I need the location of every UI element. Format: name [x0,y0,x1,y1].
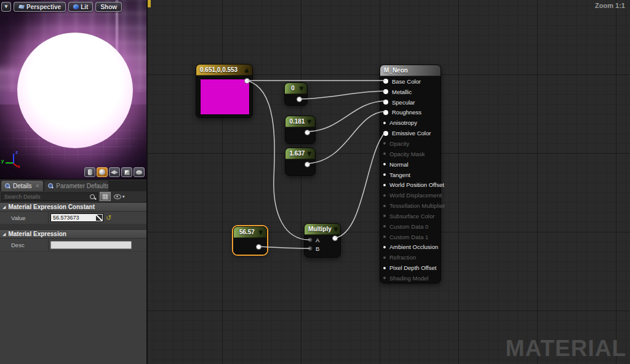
material-input-pin[interactable] [383,277,386,279]
desc-cell [48,239,146,251]
value-input[interactable] [51,214,103,221]
search-input[interactable] [2,193,97,200]
node-header[interactable]: 56.57 ▼ [234,227,266,238]
material-input-pin[interactable] [383,256,386,259]
preview-shape-teapot-button[interactable] [134,167,145,177]
zoom-level-label: Zoom 1:1 [595,2,625,9]
output-pin[interactable] [297,97,302,102]
wire-zero-to-metallic [300,91,385,99]
value-cell: ↺ [48,212,146,224]
node-material-result[interactable]: M_Neon Base ColorMetallicSpecularRoughne… [380,65,441,283]
node-constant-0181[interactable]: 0.181 ▼ [285,116,316,144]
material-input-pin[interactable] [383,267,386,269]
node-header[interactable]: 0 ▼ [285,83,307,94]
section-material-expression[interactable]: ◢ Material Expression [0,229,146,239]
material-input-pin[interactable] [383,205,386,207]
collapse-icon[interactable]: ▲ [245,67,249,73]
output-pin[interactable] [244,78,250,84]
perspective-button[interactable]: Perspective [14,2,66,12]
material-pin-label: Tessellation Multiplier [389,202,445,209]
material-graph-canvas[interactable]: Zoom 1:1 MATERIAL 0.651,0,0.553 ▲ 0 ▼ [148,0,630,364]
y-axis-label: y [1,158,4,164]
desc-label: Desc [0,242,48,248]
tab-parameter-defaults[interactable]: Parameter Defaults ✕ [44,181,108,191]
preview-shape-plane-button[interactable] [109,167,120,177]
preview-shape-cylinder-button[interactable] [84,167,95,177]
tab-details[interactable]: Details ✕ [1,181,43,191]
material-input-pin[interactable] [383,184,386,186]
axis-gizmo: y z x [1,151,26,172]
node-constant-zero[interactable]: 0 ▼ [284,82,308,106]
plane-icon [111,170,118,175]
material-input-pin[interactable] [383,142,386,144]
material-input-pin[interactable] [383,89,388,94]
collapse-icon[interactable]: ▼ [308,119,311,124]
node-color-constant[interactable]: 0.651,0,0.553 ▲ [196,64,253,118]
desc-input[interactable] [50,241,132,249]
material-input-pin[interactable] [383,163,386,165]
graph-watermark: MATERIAL [506,336,626,362]
node-multiply[interactable]: Multiply ▼ A B [304,223,341,258]
collapse-icon[interactable]: ▼ [259,229,263,235]
show-button[interactable]: Show [95,2,122,12]
collapse-icon[interactable]: ▼ [300,85,303,91]
material-input-pin[interactable] [383,246,386,248]
view-options-button[interactable]: ▾ [113,192,126,201]
output-pin[interactable] [305,162,310,167]
material-input-pin[interactable] [383,225,386,228]
material-input-pin[interactable] [383,110,388,115]
parameter-defaults-tab-icon [48,183,54,189]
display-filter-button[interactable] [100,192,111,201]
node-title: 0.181 [289,118,305,125]
material-input-pin[interactable] [383,100,388,105]
node-header[interactable]: Multiply ▼ [305,224,340,235]
viewport-options-button[interactable]: ▼ [1,2,11,12]
input-pin-a[interactable] [308,237,313,242]
section-gap [0,224,146,229]
material-pin-row: World Displacement [380,190,441,200]
output-pin[interactable] [332,235,338,241]
teapot-icon [136,170,142,175]
preview-shape-bar [84,167,145,177]
sphere-icon [99,169,105,175]
color-swatch[interactable] [200,79,250,115]
node-constant-5657[interactable]: 56.57 ▼ [233,226,267,255]
node-header[interactable]: 1.637 ▼ [285,148,315,159]
material-pin-row: Roughness [380,108,441,118]
material-input-pin[interactable] [383,215,386,217]
preview-shape-cube-button[interactable] [121,167,132,177]
output-pin[interactable] [256,244,261,250]
collapse-icon[interactable]: ▼ [334,226,338,232]
collapse-icon[interactable]: ▼ [308,151,311,156]
material-pin-row: Custom Data 1 [380,232,441,242]
node-header[interactable]: 0.181 ▼ [285,116,315,127]
material-input-pin[interactable] [383,173,386,176]
node-constant-1637[interactable]: 1.637 ▼ [285,148,316,176]
section-material-expression-constant[interactable]: ◢ Material Expression Constant [0,202,146,212]
node-header[interactable]: M_Neon [380,65,441,76]
node-header[interactable]: 0.651,0,0.553 ▲ [196,65,252,76]
material-input-pin[interactable] [383,122,386,124]
lit-button[interactable]: Lit [68,2,93,12]
show-label: Show [100,4,117,10]
material-input-pin[interactable] [383,79,388,84]
preview-shape-sphere-button[interactable] [97,167,108,177]
material-pin-row: Opacity [380,138,441,149]
material-pin-label: Opacity [389,140,409,147]
material-pin-label: World Displacement [389,192,442,199]
slider-handle-icon[interactable] [96,215,102,221]
details-tab-bar: Details ✕ Parameter Defaults ✕ [0,180,146,191]
reset-to-default-icon[interactable]: ↺ [106,215,111,221]
tab-details-label: Details [13,183,32,189]
material-input-pin[interactable] [383,194,386,197]
search-icon [90,194,95,200]
material-input-pin[interactable] [383,152,386,155]
close-icon[interactable]: ✕ [36,183,40,189]
input-label-b: B [316,245,319,252]
input-pin-b[interactable] [308,246,313,251]
output-pin[interactable] [305,130,310,135]
preview-viewport[interactable]: ▼ Perspective Lit Show y z x [0,0,146,180]
material-input-pin[interactable] [383,131,388,136]
material-input-pin[interactable] [383,235,386,238]
material-pin-label: Pixel Depth Offset [389,264,436,271]
